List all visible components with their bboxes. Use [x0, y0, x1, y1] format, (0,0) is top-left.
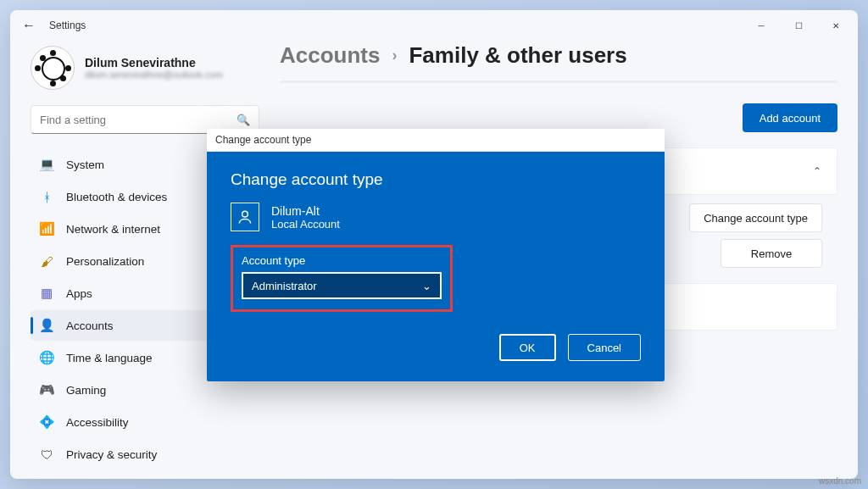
svg-point-0	[242, 211, 248, 217]
search-icon: 🔍	[236, 114, 250, 126]
dialog-actions: OK Cancel	[231, 334, 641, 361]
add-account-button[interactable]: Add account	[743, 103, 837, 132]
accessibility-icon: 💠	[39, 414, 54, 430]
person-icon	[231, 203, 259, 231]
change-account-type-dialog: Change account type Change account type …	[207, 129, 665, 381]
select-value: Administrator	[252, 280, 317, 292]
close-button[interactable]: ✕	[817, 13, 854, 38]
account-type-label: Account type	[242, 254, 442, 267]
nav-update[interactable]: 🔄Windows Update	[31, 471, 259, 479]
ok-button[interactable]: OK	[499, 334, 556, 361]
cancel-button[interactable]: Cancel	[568, 334, 641, 361]
user-profile[interactable]: Dilum Senevirathne dilum.senevirathne@ou…	[31, 46, 259, 90]
chevron-up-icon: ⌃	[813, 165, 821, 177]
breadcrumb-root[interactable]: Accounts	[280, 42, 380, 69]
settings-window: ← Settings ─ ☐ ✕ Dilum Senevirathne dilu…	[10, 10, 858, 479]
nav-label: Privacy & security	[66, 448, 157, 461]
user-name: Dilum Senevirathne	[85, 56, 223, 69]
nav-label: Accounts	[66, 320, 114, 332]
account-type-field-highlight: Account type Administrator ⌄	[231, 245, 453, 312]
breadcrumb: Accounts › Family & other users	[280, 42, 837, 69]
dialog-body: Change account type Dilum-Alt Local Acco…	[207, 152, 665, 381]
bluetooth-icon: ᚼ	[39, 189, 54, 204]
dialog-heading: Change account type	[231, 170, 641, 189]
add-account-row: Add account	[280, 103, 837, 132]
apps-icon: ▦	[39, 286, 54, 301]
nav-label: Bluetooth & devices	[66, 191, 167, 203]
divider	[280, 81, 837, 83]
account-summary: Dilum-Alt Local Account	[231, 203, 641, 231]
titlebar: ← Settings ─ ☐ ✕	[10, 10, 858, 41]
nav-privacy[interactable]: 🛡Privacy & security	[31, 439, 259, 470]
search-input[interactable]	[40, 114, 230, 126]
maximize-button[interactable]: ☐	[780, 13, 817, 38]
remove-button[interactable]: Remove	[721, 239, 822, 268]
account-type-select[interactable]: Administrator ⌄	[242, 272, 442, 299]
system-icon: 💻	[39, 157, 54, 172]
avatar	[31, 46, 75, 90]
shield-icon: 🛡	[39, 447, 54, 462]
nav-label: Apps	[66, 287, 92, 300]
globe-icon: 🌐	[39, 350, 54, 365]
nav-accessibility[interactable]: 💠Accessibility	[31, 407, 259, 437]
nav-label: Time & language	[66, 352, 153, 364]
account-subtype: Local Account	[271, 218, 340, 231]
dialog-titlebar: Change account type	[207, 129, 665, 152]
user-email: dilum.senevirathne@outlook.com	[85, 69, 223, 80]
account-name: Dilum-Alt	[271, 204, 340, 218]
nav-label: System	[66, 158, 104, 171]
window-title: Settings	[49, 19, 86, 31]
minimize-button[interactable]: ─	[743, 13, 780, 38]
nav-label: Network & internet	[66, 223, 160, 236]
gamepad-icon: 🎮	[39, 382, 54, 397]
window-controls: ─ ☐ ✕	[743, 13, 854, 38]
back-button[interactable]: ←	[14, 10, 44, 41]
nav-label: Gaming	[66, 384, 106, 397]
watermark: wsxdn.com	[819, 476, 861, 486]
breadcrumb-current: Family & other users	[409, 42, 626, 69]
chevron-down-icon: ⌄	[422, 280, 431, 292]
brush-icon: 🖌	[39, 253, 54, 269]
nav-label: Personalization	[66, 255, 144, 268]
person-icon: 👤	[39, 318, 54, 333]
change-account-type-button[interactable]: Change account type	[689, 203, 822, 232]
wifi-icon: 📶	[39, 221, 54, 236]
chevron-right-icon: ›	[392, 47, 397, 64]
nav-label: Accessibility	[66, 416, 129, 429]
